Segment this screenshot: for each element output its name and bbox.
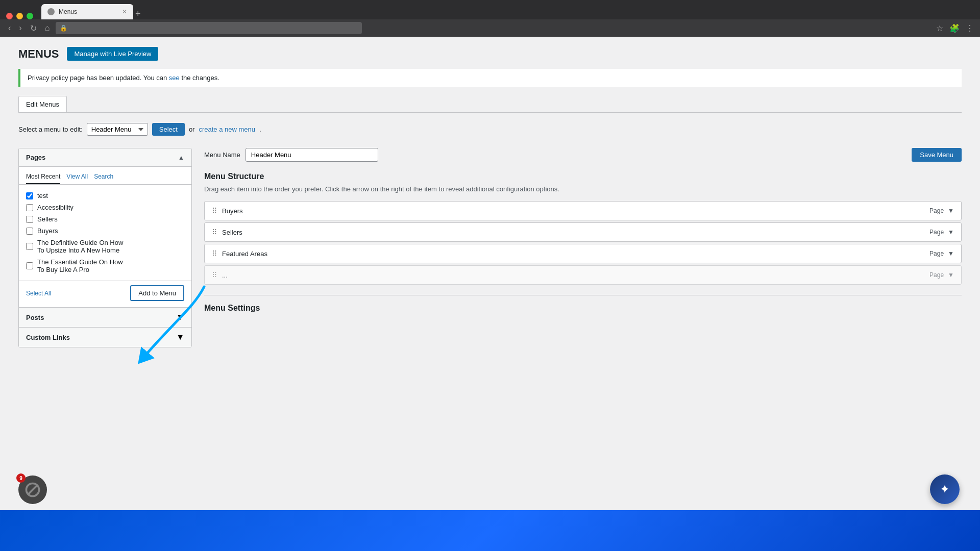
list-item: Sellers [26, 213, 184, 225]
menu-item-buyers-expand-icon[interactable]: ▼ [948, 207, 954, 214]
tab-search[interactable]: Search [94, 171, 113, 184]
page-content: MENUS Manage with Live Preview Privacy p… [0, 37, 980, 551]
forward-button[interactable]: › [17, 22, 23, 34]
pages-panel-items: test Accessibility Sellers Buyers [19, 185, 191, 281]
page-item-checkbox-buyers[interactable] [26, 228, 33, 235]
page-item-checkbox-essential[interactable] [26, 262, 33, 269]
address-bar[interactable]: 🔒 [56, 22, 362, 34]
add-to-menu-button[interactable]: Add to Menu [130, 285, 184, 301]
menu-item-4-left: ⠿ ... [212, 271, 228, 279]
menu-name-input[interactable] [246, 148, 378, 162]
page-item-checkbox-accessibility[interactable] [26, 204, 33, 211]
posts-panel-title: Posts [26, 314, 44, 321]
bottom-bar [0, 510, 980, 551]
drag-handle-icon: ⠿ [212, 249, 217, 258]
page-header: MENUS Manage with Live Preview [18, 47, 962, 61]
tab-bar: Menus ✕ + [0, 0, 980, 19]
menu-item-featured-areas[interactable]: ⠿ Featured Areas Page ▼ [204, 244, 962, 263]
tab-most-recent[interactable]: Most Recent [26, 171, 60, 184]
close-window-button[interactable] [6, 13, 13, 19]
privacy-notice: Privacy policy page has been updated. Yo… [18, 69, 962, 87]
create-new-menu-link[interactable]: create a new menu [199, 126, 255, 133]
tab-view-all[interactable]: View All [66, 171, 88, 184]
home-button[interactable]: ⌂ [43, 22, 52, 34]
menu-item-buyers-type: Page [929, 207, 944, 214]
notice-see-link[interactable]: see [169, 74, 180, 82]
pages-panel-header[interactable]: Pages ▲ [19, 148, 191, 167]
menu-item-4-name: ... [222, 271, 228, 279]
menu-select-dropdown[interactable]: Header Menu [87, 123, 148, 136]
section-tabs: Edit Menus [18, 96, 962, 113]
menu-item-sellers-right: Page ▼ [929, 229, 954, 236]
minimize-window-button[interactable] [16, 13, 23, 19]
wp-icon-widget[interactable]: 9 [18, 475, 47, 504]
menu-editor-panel: Menu Name Save Menu Menu Structure Drag … [204, 148, 962, 313]
maximize-window-button[interactable] [27, 13, 33, 19]
list-item: The Definitive Guide On HowTo Upsize Int… [26, 237, 184, 256]
menu-settings-title: Menu Settings [204, 295, 962, 313]
browser-toolbar: ‹ › ↻ ⌂ 🔒 ☆ 🧩 ⋮ [0, 19, 980, 37]
page-item-label-definitive: The Definitive Guide On HowTo Upsize Int… [37, 239, 123, 254]
menu-name-row: Menu Name Save Menu [204, 148, 962, 162]
page-item-label-sellers: Sellers [37, 215, 58, 223]
custom-links-accordion-header[interactable]: Custom Links ▼ [19, 328, 191, 347]
page-item-label-test: test [37, 192, 48, 199]
drag-handle-icon: ⠿ [212, 228, 217, 236]
bookmark-icon[interactable]: ☆ [936, 23, 943, 33]
menu-item-sellers-expand-icon[interactable]: ▼ [948, 229, 954, 236]
browser-chrome: Menus ✕ + ‹ › ↻ ⌂ 🔒 ☆ 🧩 ⋮ [0, 0, 980, 37]
menu-item-featured-left: ⠿ Featured Areas [212, 249, 267, 258]
menu-item-featured-expand-icon[interactable]: ▼ [948, 250, 954, 257]
menu-item-sellers[interactable]: ⠿ Sellers Page ▼ [204, 222, 962, 242]
menu-item-buyers-name: Buyers [222, 207, 242, 215]
posts-accordion-toggle-icon: ▼ [176, 313, 184, 322]
save-menu-button[interactable]: Save Menu [912, 148, 962, 162]
list-item: Buyers [26, 225, 184, 237]
custom-links-panel-title: Custom Links [26, 334, 70, 341]
extensions-icon[interactable]: 🧩 [949, 23, 960, 33]
pages-panel-title: Pages [26, 154, 45, 161]
notice-text: Privacy policy page has been updated. Yo… [28, 74, 169, 82]
menu-structure-title: Menu Structure [204, 172, 962, 181]
list-item: Accessibility [26, 202, 184, 213]
menu-item-4[interactable]: ⠿ ... Page ▼ [204, 265, 962, 285]
live-preview-button[interactable]: Manage with Live Preview [67, 47, 158, 61]
refresh-button[interactable]: ↻ [28, 22, 39, 34]
select-all-link[interactable]: Select All [26, 290, 51, 297]
two-column-layout: Pages ▲ Most Recent View All Search test [18, 148, 962, 347]
menu-icon[interactable]: ⋮ [966, 23, 974, 33]
page-item-checkbox-test[interactable] [26, 192, 33, 199]
select-menu-button[interactable]: Select [152, 123, 185, 136]
page-item-checkbox-definitive[interactable] [26, 243, 33, 250]
menu-structure-hint: Drag each item into the order you prefer… [204, 185, 962, 193]
page-item-label-essential: The Essential Guide On HowTo Buy Like A … [37, 258, 123, 273]
select-menu-row: Select a menu to edit: Header Menu Selec… [18, 123, 962, 136]
menu-item-featured-name: Featured Areas [222, 250, 267, 258]
custom-links-accordion: Custom Links ▼ [19, 327, 191, 347]
notice-text2: the changes. [180, 74, 219, 82]
edit-menus-tab[interactable]: Edit Menus [18, 96, 67, 112]
tab-title: Menus [59, 8, 77, 15]
menu-item-4-expand-icon[interactable]: ▼ [948, 271, 954, 279]
back-button[interactable]: ‹ [6, 22, 13, 34]
drag-handle-icon: ⠿ [212, 271, 217, 279]
browser-right-icons: ☆ 🧩 ⋮ [936, 23, 974, 33]
menu-item-sellers-name: Sellers [222, 229, 242, 236]
tab-favicon [47, 8, 55, 15]
page-title: MENUS [18, 47, 59, 61]
page-item-checkbox-sellers[interactable] [26, 216, 33, 223]
menu-item-buyers[interactable]: ⠿ Buyers Page ▼ [204, 201, 962, 220]
new-tab-button[interactable]: + [135, 9, 141, 19]
active-tab[interactable]: Menus ✕ [41, 4, 133, 19]
list-item: test [26, 190, 184, 202]
help-bubble-button[interactable]: ✦ [930, 474, 960, 504]
pages-panel-toggle-icon: ▲ [178, 154, 184, 161]
lock-icon: 🔒 [60, 24, 67, 32]
or-text: or [189, 126, 195, 133]
page-item-label-accessibility: Accessibility [37, 204, 74, 211]
menu-item-buyers-right: Page ▼ [929, 207, 954, 214]
posts-accordion-header[interactable]: Posts ▼ [19, 308, 191, 327]
select-menu-label: Select a menu to edit: [18, 126, 83, 133]
close-tab-icon[interactable]: ✕ [122, 8, 127, 15]
menu-item-4-right: Page ▼ [929, 271, 954, 279]
